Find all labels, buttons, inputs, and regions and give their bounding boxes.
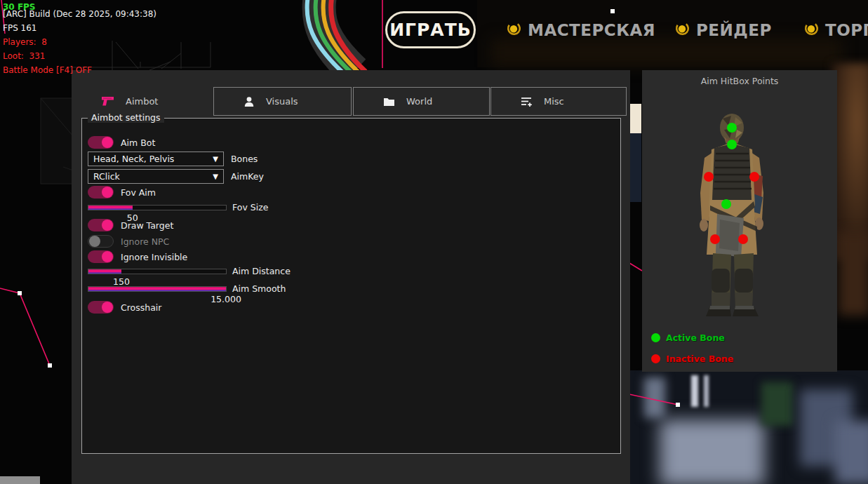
draw-target-label: Draw Target	[121, 220, 173, 231]
chevron-down-icon: ▼	[213, 173, 218, 180]
folder-icon	[383, 97, 395, 107]
group-title: Aimbot settings	[88, 112, 164, 123]
left-leg-hitbox-dot	[710, 234, 720, 244]
fov-size-slider[interactable]: 50	[88, 205, 227, 210]
right-leg-hitbox-dot	[738, 234, 748, 244]
aim-smooth-value: 15.000	[211, 294, 241, 304]
tab-label: Misc	[544, 96, 564, 107]
tab-misc[interactable]: Misc	[490, 87, 627, 116]
nav-item-trade[interactable]: ТОРГО	[804, 21, 868, 39]
bones-dropdown-value: Head, Neck, Pelvis	[93, 154, 174, 164]
game-screen: 30 FPS [ARC] Build (Dec 28 2025, 09:43:3…	[0, 0, 868, 484]
tab-world[interactable]: World	[353, 87, 490, 116]
nav-item-workshop[interactable]: МАСТЕРСКАЯ	[507, 21, 655, 39]
draw-target-toggle[interactable]	[88, 219, 114, 231]
aimbot-settings-group: Aimbot settings Aim Bot Head, Neck, Pelv…	[81, 118, 621, 454]
left-arm-hitbox-dot	[704, 172, 714, 182]
play-button[interactable]: ИГРАТЬ	[385, 11, 476, 48]
crosshair-toggle[interactable]	[88, 301, 114, 314]
players-counter: Players: 8	[3, 35, 47, 49]
aim-hitbox-panel: Aim HitBox Points	[642, 70, 837, 372]
tab-label: Visuals	[266, 96, 298, 107]
aim-bot-toggle[interactable]	[88, 136, 114, 149]
rainbow-art	[298, 0, 396, 70]
tab-visuals[interactable]: Visuals	[213, 87, 352, 116]
hitbox-panel-title: Aim HitBox Points	[642, 70, 837, 86]
build-info: [ARC] Build (Dec 28 2025, 09:43:38)	[3, 7, 156, 21]
loot-counter: Loot: 331	[3, 49, 45, 63]
neck-hitbox-dot	[727, 140, 737, 149]
ignore-invisible-label: Ignore Invisible	[121, 252, 187, 262]
coin-icon	[507, 21, 521, 39]
aimkey-dropdown[interactable]: RClick ▼	[88, 169, 224, 184]
inactive-bone-dot	[651, 354, 660, 363]
aim-distance-slider[interactable]: 150	[88, 269, 227, 274]
aim-bot-label: Aim Bot	[121, 137, 155, 148]
legend-active-bone: Active Bone	[651, 332, 725, 343]
aim-smooth-slider[interactable]: 15.000	[88, 286, 227, 292]
aim-smooth-label: Aim Smooth	[232, 283, 286, 294]
legend-label: Inactive Bone	[666, 354, 733, 364]
coin-icon	[804, 21, 819, 39]
pelvis-hitbox-dot	[721, 199, 731, 209]
bones-label: Bones	[231, 154, 258, 164]
crosshair-label: Crosshair	[121, 302, 161, 313]
head-hitbox-dot	[727, 123, 737, 133]
nav-item-raider[interactable]: РЕЙДЕР	[675, 21, 772, 39]
right-arm-hitbox-dot	[749, 172, 759, 182]
bottom-left-box	[0, 476, 40, 484]
coin-icon	[675, 21, 690, 39]
chevron-down-icon: ▼	[213, 155, 218, 163]
aimkey-dropdown-value: RClick	[93, 171, 120, 182]
ignore-invisible-toggle[interactable]	[88, 250, 114, 263]
ignore-npc-label: Ignore NPC	[121, 236, 169, 247]
active-bone-dot	[651, 333, 660, 342]
sliders-icon	[521, 96, 533, 107]
cheat-menu-panel: Aimbot Visuals World Misc Aimbot setting…	[72, 70, 630, 484]
fov-aim-label: Fov Aim	[121, 187, 156, 198]
tab-label: Aimbot	[126, 96, 158, 107]
tab-label: World	[406, 96, 432, 107]
fov-size-label: Fov Size	[232, 202, 268, 213]
nav-item-label: РЕЙДЕР	[696, 21, 772, 39]
aimkey-label: AimKey	[231, 171, 264, 182]
person-icon	[243, 96, 255, 107]
legend-label: Active Bone	[666, 332, 725, 343]
aim-distance-label: Aim Distance	[232, 266, 291, 276]
ignore-npc-toggle[interactable]	[88, 235, 114, 248]
fps-counter: FPS 161	[3, 21, 36, 35]
nav-item-label: МАСТЕРСКАЯ	[528, 21, 655, 39]
legend-inactive-bone: Inactive Bone	[651, 354, 733, 364]
tab-aimbot[interactable]: Aimbot	[72, 87, 210, 116]
bones-dropdown[interactable]: Head, Neck, Pelvis ▼	[88, 152, 224, 166]
battle-mode-status: Battle Mode [F4] OFF	[3, 63, 92, 77]
pistol-icon	[101, 96, 114, 107]
nav-item-label: ТОРГО	[825, 21, 868, 39]
fov-aim-toggle[interactable]	[88, 186, 114, 199]
